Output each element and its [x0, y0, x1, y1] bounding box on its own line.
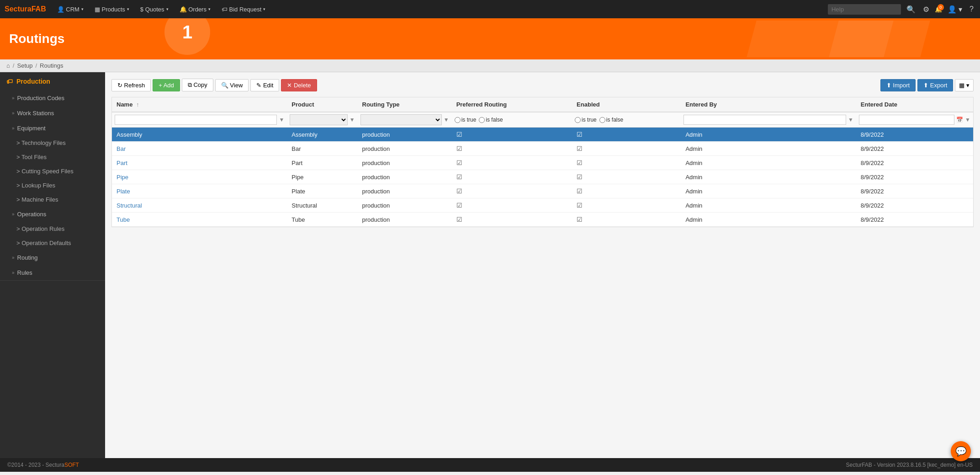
arrow-icon: > [16, 168, 20, 175]
footer: ©2014 - 2023 - SecturaSOFT SecturFAB - V… [0, 458, 980, 472]
delete-button[interactable]: ✕ Delete [281, 79, 317, 91]
sidebar-item-operations[interactable]: » Operations [0, 207, 105, 222]
search-icon[interactable]: 🔍 [905, 3, 917, 16]
checkbox-icon: ☑ [456, 202, 462, 209]
filter-entered-date-calendar-icon[interactable]: 📅 [956, 117, 963, 123]
sidebar-operations-label: Operations [17, 211, 47, 218]
edit-button[interactable]: ✎ Edit [250, 79, 279, 91]
add-button[interactable]: + Add [153, 79, 180, 91]
sidebar-rules-label: Rules [17, 269, 32, 276]
sidebar-item-lookup-files[interactable]: > Lookup Files [0, 178, 105, 192]
nav-crm[interactable]: 👤 CRM ▾ [53, 0, 88, 18]
table-row[interactable]: Tube Tube production ☑ ☑ Admin 8/9/2022 [112, 213, 973, 227]
preferred-routing-true-radio[interactable] [455, 117, 461, 123]
cell-name: Part [112, 156, 287, 170]
home-icon[interactable]: ⌂ [6, 62, 10, 69]
cell-routing-type: production [358, 142, 452, 156]
sidebar-item-cutting-speed-files[interactable]: > Cutting Speed Files [0, 164, 105, 178]
col-routing-type: Routing Type [358, 97, 452, 112]
export-button[interactable]: ⬆ Export [917, 79, 953, 91]
toolbar: ↻ Refresh + Add ⧉ Copy 🔍 View ✎ Edit ✕ D… [111, 79, 974, 91]
nav-products[interactable]: ▦ Products ▾ [90, 0, 134, 18]
sort-icon[interactable]: ↑ [136, 101, 139, 108]
help-search-input[interactable] [828, 4, 901, 15]
footer-right: SecturFAB - Version 2023.8.16.5 [kec_dem… [846, 462, 973, 468]
settings-icon[interactable]: ⚙ [921, 3, 931, 16]
view-button[interactable]: 🔍 View [215, 79, 249, 91]
sidebar-item-rules[interactable]: » Rules [0, 265, 105, 280]
table-row[interactable]: Bar Bar production ☑ ☑ Admin 8/9/2022 [112, 142, 973, 156]
tag-icon: 🏷 [6, 78, 13, 85]
preferred-routing-filter: is true is false [455, 117, 569, 123]
brand-logo[interactable]: SecturaFAB [5, 5, 46, 13]
col-entered-date: Entered Date [856, 97, 973, 112]
sidebar-item-operation-rules[interactable]: > Operation Rules [0, 222, 105, 236]
filter-name-input[interactable] [115, 115, 277, 125]
cell-preferred-routing: ☑ [452, 213, 572, 227]
sidebar-item-tool-files[interactable]: > Tool Files [0, 150, 105, 164]
filter-entered-date-input[interactable] [859, 115, 954, 125]
table-body: Assembly Assembly production ☑ ☑ Admin 8… [112, 128, 973, 227]
brand-name2: FAB [32, 5, 46, 13]
user-icon[interactable]: 👤 ▾ [946, 3, 964, 16]
enabled-false-radio[interactable] [599, 117, 605, 123]
filter-entered-by-input[interactable] [683, 115, 846, 125]
filter-routing-type-icon[interactable]: ▼ [444, 117, 449, 123]
cell-product: Tube [287, 213, 357, 227]
filter-entered-by: ▼ [681, 112, 856, 128]
cell-product: Bar [287, 142, 357, 156]
sidebar-section-production: 🏷 Production » Production Codes » Work S… [0, 72, 105, 281]
hero-bubble: 1 [164, 18, 210, 55]
sidebar-item-technology-files[interactable]: > Technology Files [0, 136, 105, 150]
sidebar-item-routing[interactable]: » Routing [0, 250, 105, 265]
cell-enabled: ☑ [572, 213, 681, 227]
refresh-button[interactable]: ↻ Refresh [111, 79, 151, 91]
enabled-true-radio[interactable] [575, 117, 581, 123]
table-row[interactable]: Pipe Pipe production ☑ ☑ Admin 8/9/2022 [112, 170, 973, 184]
filter-routing-type-select[interactable] [360, 114, 442, 125]
nav-orders[interactable]: 🔔 Orders ▾ [175, 0, 215, 18]
arrow-icon: > [16, 139, 20, 146]
sidebar-item-operation-defaults[interactable]: > Operation Defaults [0, 236, 105, 250]
table-row[interactable]: Plate Plate production ☑ ☑ Admin 8/9/202… [112, 184, 973, 198]
cell-name: Plate [112, 184, 287, 198]
table-row[interactable]: Assembly Assembly production ☑ ☑ Admin 8… [112, 128, 973, 142]
arrow-icon: » [12, 126, 15, 131]
notifications-bell[interactable]: 🔔0 [935, 6, 942, 13]
cell-name: Tube [112, 213, 287, 227]
sidebar-item-machine-files[interactable]: > Machine Files [0, 192, 105, 207]
sidebar-header-production[interactable]: 🏷 Production [0, 72, 105, 91]
cell-entered-date: 8/9/2022 [856, 170, 973, 184]
breadcrumb-setup[interactable]: Setup [17, 62, 32, 69]
copy-button[interactable]: ⧉ Copy [182, 79, 213, 91]
chat-button[interactable]: 💬 [951, 441, 971, 461]
sidebar-item-production-codes[interactable]: » Production Codes [0, 91, 105, 106]
sidebar-item-equipment[interactable]: » Equipment [0, 121, 105, 136]
table-row[interactable]: Structural Structural production ☑ ☑ Adm… [112, 198, 973, 213]
cell-entered-by: Admin [681, 156, 856, 170]
breadcrumb-sep-2: / [35, 62, 37, 69]
checkbox-icon: ☑ [456, 159, 462, 166]
filter-product-icon[interactable]: ▼ [350, 117, 355, 123]
filter-entered-by-icon[interactable]: ▼ [848, 117, 853, 123]
checkbox-icon: ☑ [577, 216, 583, 223]
preferred-routing-false-radio[interactable] [479, 117, 485, 123]
cell-routing-type: production [358, 184, 452, 198]
filter-entered-date: 📅 ▼ [856, 112, 973, 128]
filter-name-icon[interactable]: ▼ [279, 117, 284, 123]
sidebar-work-stations-label: Work Stations [17, 110, 54, 117]
columns-button[interactable]: ▦ ▾ [955, 79, 974, 91]
nav-quotes[interactable]: $ Quotes ▾ [136, 0, 173, 18]
notification-count: 0 [938, 4, 944, 11]
cell-name: Bar [112, 142, 287, 156]
filter-entered-date-filter-icon[interactable]: ▼ [965, 117, 970, 123]
help-icon[interactable]: ? [968, 3, 975, 15]
cell-entered-date: 8/9/2022 [856, 198, 973, 213]
import-button[interactable]: ⬆ Import [880, 79, 916, 91]
cell-product: Pipe [287, 170, 357, 184]
nav-bid-request[interactable]: 🏷 Bid Request ▾ [217, 0, 270, 18]
sidebar-item-work-stations[interactable]: » Work Stations [0, 106, 105, 121]
filter-product-select[interactable] [290, 114, 347, 125]
table-row[interactable]: Part Part production ☑ ☑ Admin 8/9/2022 [112, 156, 973, 170]
main-content: ↻ Refresh + Add ⧉ Copy 🔍 View ✎ Edit ✕ D… [105, 72, 980, 458]
